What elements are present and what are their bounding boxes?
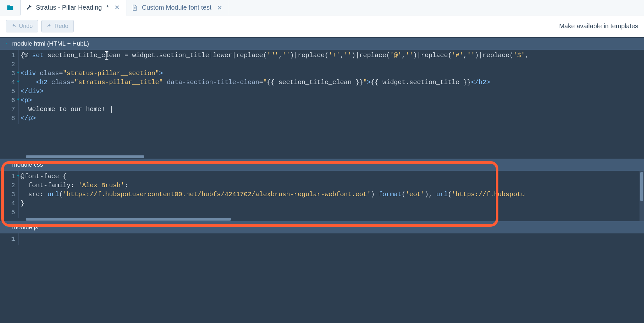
undo-label: Undo	[19, 23, 33, 30]
redo-button[interactable]: Redo	[41, 20, 74, 32]
tab-label: Stratus - Pillar Heading	[36, 4, 102, 11]
horizontal-scrollbar[interactable]	[26, 218, 640, 221]
toolbar: Undo Redo Make available in templates	[0, 15, 644, 37]
panel-header-html[interactable]: module.html (HTML + HubL)	[0, 37, 644, 50]
vertical-scrollbar[interactable]	[640, 171, 644, 221]
code-lines[interactable]: @font-face { font-family: 'Alex Brush'; …	[19, 171, 644, 218]
file-icon	[131, 4, 138, 11]
folder-button[interactable]	[0, 0, 21, 15]
close-icon[interactable]	[217, 5, 222, 10]
chevron-down-icon	[4, 224, 9, 231]
panel-title: module.css	[12, 161, 43, 168]
tab-custom-module-font-test[interactable]: Custom Module font test	[126, 0, 229, 15]
code-lines[interactable]: {% set section_title_clean = widget.sect…	[19, 50, 644, 124]
horizontal-scrollbar[interactable]	[26, 155, 644, 158]
code-editor-html[interactable]: 1 2 3 4 5 6 7 8 {% set section_title_cle…	[0, 50, 644, 158]
panel-title: module.js	[12, 224, 38, 231]
tab-stratus-pillar-heading[interactable]: Stratus - Pillar Heading *	[21, 0, 126, 15]
editor-container: module.html (HTML + HubL) 1 2 3 4 5 6 7 …	[0, 37, 644, 323]
code-editor-js[interactable]: 1	[0, 233, 644, 323]
panel-header-css[interactable]: module.css	[0, 158, 644, 171]
panel-title: module.html (HTML + HubL)	[12, 40, 89, 47]
redo-icon	[47, 24, 52, 29]
line-gutter: 1	[0, 233, 19, 245]
chevron-down-icon	[4, 40, 9, 47]
line-gutter: 1 2 3 4 5 6 7 8	[0, 50, 19, 124]
make-available-label[interactable]: Make available in templates	[559, 22, 638, 30]
undo-icon	[11, 24, 16, 29]
code-editor-css[interactable]: 1 2 3 4 5 @font-face { font-family: 'Ale…	[0, 171, 644, 221]
code-lines[interactable]	[19, 233, 644, 245]
undo-button[interactable]: Undo	[6, 20, 38, 32]
close-icon[interactable]	[114, 5, 120, 10]
wrench-icon	[26, 4, 32, 11]
chevron-down-icon	[4, 161, 9, 168]
tab-bar: Stratus - Pillar Heading * Custom Module…	[0, 0, 644, 15]
panel-header-js[interactable]: module.js	[0, 221, 644, 233]
line-gutter: 1 2 3 4 5	[0, 171, 19, 218]
tab-label: Custom Module font test	[142, 4, 211, 11]
redo-label: Redo	[55, 23, 68, 30]
tab-dirty-indicator: *	[106, 4, 109, 11]
